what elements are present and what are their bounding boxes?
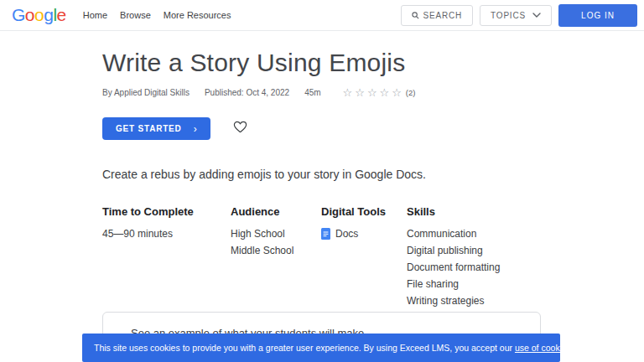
meta-col-digital-tools: Digital Tools Docs: [321, 205, 386, 242]
skill-item: File sharing: [407, 276, 500, 292]
nav-link-browse[interactable]: Browse: [120, 7, 151, 23]
search-icon: [412, 12, 419, 19]
meta-item: 45—90 minutes: [102, 225, 194, 242]
main-nav: Home Browse More Resources: [83, 7, 231, 23]
skill-item: Communication: [407, 225, 500, 242]
cookie-message: This site uses cookies to provide you wi…: [94, 343, 574, 353]
use-of-cookies-link[interactable]: use of cookies.: [515, 343, 574, 353]
byline-duration: 45m: [304, 88, 320, 97]
log-in-button[interactable]: LOG IN: [558, 4, 637, 27]
star-rating[interactable]: ☆☆☆☆☆ (2): [343, 86, 416, 99]
tool-docs: Docs: [321, 225, 386, 242]
get-started-label: GET STARTED: [116, 124, 182, 133]
meta-col-time: Time to Complete 45—90 minutes: [102, 205, 194, 242]
meta-heading: Skills: [407, 205, 500, 218]
meta-heading: Audience: [231, 205, 293, 218]
byline-published-date: Published: Oct 4, 2022: [205, 88, 289, 97]
meta-heading: Time to Complete: [102, 205, 194, 218]
lesson-content: Write a Story Using Emojis By Applied Di…: [102, 31, 541, 306]
skill-item: Writing strategies: [407, 292, 500, 309]
chevron-down-icon: [532, 13, 541, 18]
close-icon[interactable]: [574, 340, 589, 356]
logo-letter: G: [12, 5, 25, 24]
search-button[interactable]: SEARCH: [401, 5, 473, 26]
logo-letter: o: [25, 5, 34, 24]
heart-icon: [233, 121, 247, 137]
cookie-banner: This site uses cookies to provide you wi…: [82, 334, 560, 362]
nav-link-more-resources[interactable]: More Resources: [164, 7, 231, 23]
google-logo[interactable]: Google: [12, 5, 66, 25]
topics-dropdown[interactable]: TOPICS: [480, 5, 552, 26]
lesson-meta: Time to Complete 45—90 minutes Audience …: [102, 205, 541, 306]
topics-dropdown-label: TOPICS: [491, 11, 526, 20]
tool-label: Docs: [335, 225, 358, 242]
rating-count: (2): [406, 88, 416, 97]
meta-col-skills: Skills Communication Digital publishing …: [407, 205, 500, 309]
meta-heading: Digital Tools: [321, 205, 386, 218]
page: Google Home Browse More Resources SEARCH…: [0, 0, 644, 362]
cookie-message-text: This site uses cookies to provide you wi…: [94, 343, 515, 353]
logo-letter: e: [57, 5, 66, 24]
page-title: Write a Story Using Emojis: [102, 49, 541, 77]
meta-col-audience: Audience High School Middle School: [231, 205, 293, 259]
byline: By Applied Digital Skills Published: Oct…: [102, 86, 541, 99]
nav-link-home[interactable]: Home: [83, 7, 107, 23]
favorite-button[interactable]: [233, 121, 247, 137]
lesson-description: Create a rebus by adding emojis to your …: [102, 168, 541, 181]
star-icons: ☆☆☆☆☆: [343, 86, 404, 99]
arrow-right-icon: ›: [194, 123, 198, 135]
skill-item: Document formatting: [407, 259, 500, 276]
skill-item: Digital publishing: [407, 242, 500, 259]
search-button-label: SEARCH: [423, 11, 462, 20]
top-nav-bar: Google Home Browse More Resources SEARCH…: [0, 0, 644, 31]
logo-letter: g: [44, 5, 53, 24]
header-actions: SEARCH TOPICS LOG IN: [401, 4, 637, 27]
meta-item: Middle School: [231, 242, 293, 259]
docs-icon: [321, 228, 330, 240]
meta-item: High School: [231, 225, 293, 242]
get-started-button[interactable]: GET STARTED ›: [102, 117, 210, 140]
logo-letter: o: [34, 5, 44, 24]
cta-row: GET STARTED ›: [102, 117, 541, 140]
byline-author: By Applied Digital Skills: [102, 88, 190, 97]
